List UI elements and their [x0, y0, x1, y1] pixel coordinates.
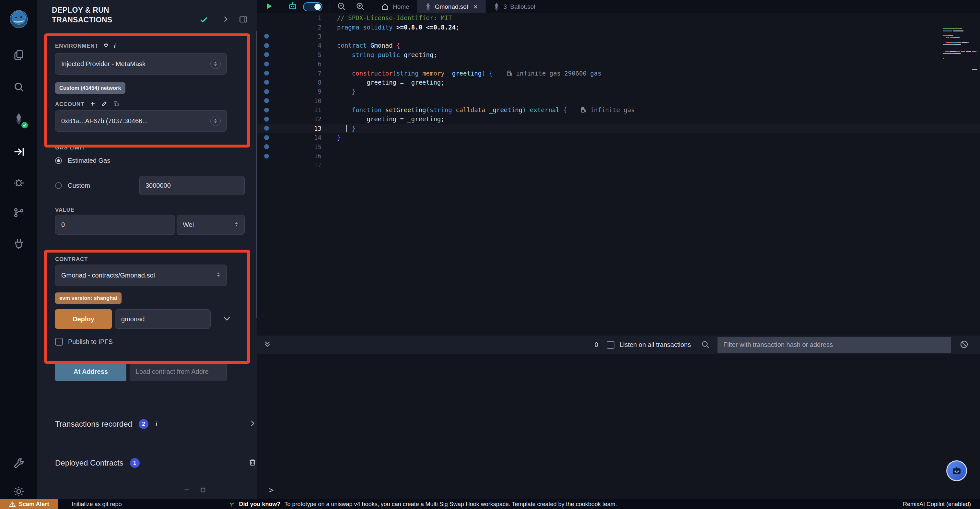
line-number[interactable]: 14: [276, 134, 321, 141]
at-address-button[interactable]: At Address: [55, 362, 126, 381]
transactions-expand-icon[interactable]: [248, 419, 257, 429]
tab-gmonad-sol[interactable]: Gmonad.sol×: [417, 0, 486, 13]
code-line[interactable]: 11 function setGreeting(string calldata …: [257, 105, 980, 115]
line-number[interactable]: 16: [276, 152, 321, 160]
search-icon[interactable]: [0, 81, 37, 93]
fork-icon[interactable]: [103, 42, 109, 50]
line-number[interactable]: 2: [276, 24, 321, 31]
gutter[interactable]: [257, 144, 276, 149]
line-number[interactable]: 6: [276, 60, 321, 67]
gutter[interactable]: [257, 52, 276, 57]
git-init-button[interactable]: Initialize as git repo: [72, 501, 121, 508]
debugger-icon[interactable]: [0, 177, 37, 188]
value-input[interactable]: [55, 215, 175, 235]
panel-layout-icon[interactable]: [239, 15, 248, 25]
line-number[interactable]: 3: [276, 33, 321, 40]
gutter[interactable]: [257, 126, 276, 131]
plugin-manager-icon[interactable]: [0, 238, 37, 250]
line-number[interactable]: 1: [276, 14, 321, 21]
line-number[interactable]: 15: [276, 143, 321, 150]
settings-gear-icon[interactable]: [0, 486, 37, 497]
zoom-out-icon[interactable]: [336, 1, 346, 12]
panel-forward-icon[interactable]: [221, 15, 230, 25]
deploy-button[interactable]: Deploy: [55, 309, 112, 329]
code-line[interactable]: 12 greeting = _greeting;: [257, 115, 980, 123]
environment-select[interactable]: Injected Provider - MetaMask: [55, 53, 227, 75]
code-line[interactable]: 6: [257, 59, 980, 69]
line-number[interactable]: 8: [276, 79, 321, 86]
publish-ipfs-checkbox[interactable]: [55, 338, 63, 346]
tools-icon[interactable]: [0, 458, 37, 470]
gutter[interactable]: [257, 62, 276, 67]
line-number[interactable]: 10: [276, 97, 321, 104]
code-line[interactable]: 7 constructor(string memory _greeting) {…: [257, 69, 980, 78]
file-explorer-icon[interactable]: [0, 49, 37, 61]
gutter[interactable]: [257, 135, 276, 140]
code-line[interactable]: 3: [257, 32, 980, 41]
code-line[interactable]: 8 greeting = _greeting;: [257, 78, 980, 87]
tab-3-ballot-sol[interactable]: 3_Ballot.sol: [486, 0, 543, 13]
code-line[interactable]: 14}: [257, 133, 980, 142]
solidity-compiler-icon[interactable]: [0, 113, 37, 124]
close-tab-icon[interactable]: ×: [473, 3, 478, 11]
gutter[interactable]: [257, 117, 276, 121]
remix-logo[interactable]: [0, 10, 37, 29]
terminal-collapse-icon[interactable]: [263, 340, 272, 350]
clear-deployed-trash-icon[interactable]: [248, 458, 257, 468]
code-line[interactable]: 17: [257, 161, 980, 167]
zoom-in-icon[interactable]: [355, 1, 365, 12]
git-icon[interactable]: [0, 207, 37, 219]
line-number[interactable]: 7: [276, 70, 321, 77]
tab-home[interactable]: Home: [373, 0, 417, 13]
gutter[interactable]: [257, 154, 276, 158]
copilot-status[interactable]: RemixAI Copilot (enabled): [903, 501, 971, 508]
transactions-info-icon[interactable]: i: [156, 421, 158, 428]
account-select[interactable]: 0xB1a...AF67b (7037.30466...: [55, 110, 227, 132]
remix-ai-assistant-button[interactable]: [946, 460, 967, 481]
code-line[interactable]: 9 }: [257, 87, 980, 96]
copilot-toggle[interactable]: [303, 2, 323, 11]
edit-account-icon[interactable]: [101, 101, 108, 108]
custom-gas-input[interactable]: [139, 176, 245, 195]
code-line[interactable]: 1// SPDX-License-Identifier: MIT: [257, 13, 980, 22]
estimated-gas-radio[interactable]: [55, 157, 62, 164]
gutter[interactable]: [257, 89, 276, 94]
value-unit-select[interactable]: Wei: [177, 215, 245, 235]
listen-all-checkbox[interactable]: [607, 341, 614, 349]
contract-item-collapse-icon[interactable]: [183, 486, 190, 495]
line-number[interactable]: 12: [276, 115, 321, 123]
gutter[interactable]: [257, 34, 276, 38]
line-number[interactable]: 11: [276, 106, 321, 113]
gutter[interactable]: [257, 43, 276, 48]
code-line[interactable]: 4contract Gmonad {: [257, 41, 980, 50]
clear-console-icon[interactable]: [959, 340, 969, 351]
panel-scrollbar[interactable]: [256, 31, 257, 318]
code-line[interactable]: 2pragma solidity >=0.8.0 <=0.8.24;: [257, 22, 980, 32]
line-number[interactable]: 17: [276, 161, 321, 167]
terminal-search-icon[interactable]: [701, 340, 710, 350]
contract-select[interactable]: Gmonad - contracts/Gmonad.sol: [55, 265, 227, 286]
gutter[interactable]: [257, 108, 276, 113]
constructor-arg-input[interactable]: [115, 309, 211, 329]
robot-icon[interactable]: [288, 1, 298, 13]
line-number[interactable]: 4: [276, 42, 321, 49]
contract-item-copy-icon[interactable]: [199, 486, 207, 495]
terminal-prompt[interactable]: >: [269, 486, 274, 495]
transaction-filter-input[interactable]: [718, 337, 951, 353]
code-line[interactable]: 10: [257, 96, 980, 105]
gutter[interactable]: [257, 71, 276, 75]
deploy-expand-chevron-icon[interactable]: [222, 313, 232, 324]
line-number[interactable]: 9: [276, 88, 321, 95]
gutter[interactable]: [257, 80, 276, 85]
code-line[interactable]: 13 }: [257, 124, 980, 133]
code-line[interactable]: 16: [257, 152, 980, 161]
environment-info-icon[interactable]: i: [114, 43, 116, 50]
at-address-input[interactable]: [130, 362, 227, 381]
scam-alert-button[interactable]: Scam Alert: [0, 499, 58, 509]
code-line[interactable]: 15: [257, 142, 980, 151]
add-account-icon[interactable]: [89, 101, 96, 108]
deploy-run-icon[interactable]: [0, 146, 37, 158]
code-editor[interactable]: 1// SPDX-License-Identifier: MIT2pragma …: [257, 13, 980, 167]
line-number[interactable]: 13: [276, 125, 321, 132]
code-line[interactable]: 5 string public greeting;: [257, 50, 980, 59]
